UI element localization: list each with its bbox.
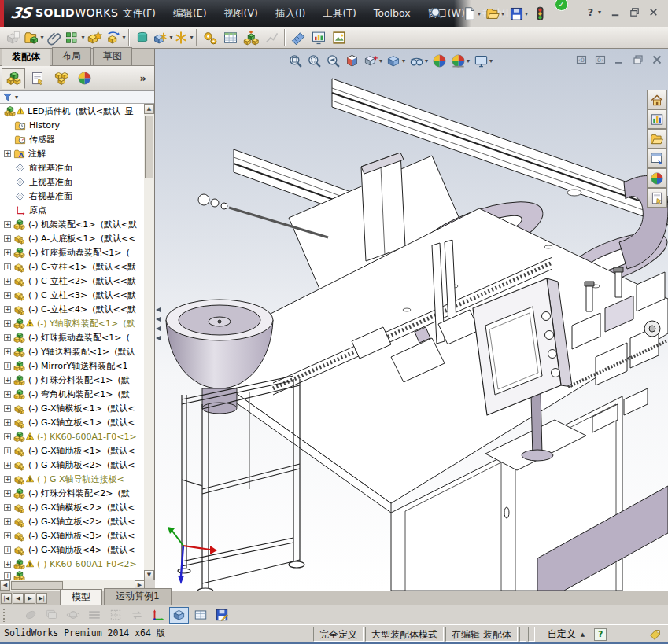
splitter-arrow-icon[interactable] [155,326,161,332]
component-pattern-icon[interactable]: ▾ [65,28,85,47]
smart-fasteners-icon[interactable] [85,28,105,47]
tree-item[interactable]: +(-) Y轴取料装配<1>(默 [0,316,145,330]
filter-funnel-icon[interactable] [2,92,13,102]
swap-arrows-icon[interactable] [127,607,146,624]
tree-item[interactable]: 传感器 [0,132,145,146]
tree-item[interactable]: +(-) 灯珠振动盘装配<1>( [0,330,145,344]
line-style-icon[interactable] [84,607,104,624]
tree-item[interactable]: +(-) G-X轴导轨连接板< [0,472,145,486]
expand-toggle-icon[interactable]: + [4,377,11,384]
tree-item[interactable]: +(-) 弯角机构装配<1>(默 [0,387,145,401]
expand-toggle-icon[interactable]: + [4,419,11,426]
tree-item[interactable]: +(-) G-X轴肋板<1>(默认< [0,443,145,458]
view-palette-icon[interactable] [647,149,667,168]
insert-component-icon[interactable] [3,28,24,47]
featuremanager-tree-icon[interactable] [2,68,25,89]
open-icon[interactable]: ▾ [484,4,506,23]
menu-Toolbox[interactable]: Toolbox [365,4,419,23]
curve-asterisk-icon[interactable]: ▾ [173,28,194,47]
tree-item[interactable]: +(-) Y轴送料装配<1>(默认 [0,344,145,359]
minimize-icon[interactable] [610,6,622,18]
previous-view-icon[interactable] [325,53,341,69]
new-document-icon[interactable]: ▾ [460,4,482,23]
tree-item[interactable]: +(-) C-立柱<1>(默认<<默 [0,259,145,274]
expand-toggle-icon[interactable]: + [4,249,11,256]
grid-icon[interactable] [105,607,125,624]
view-orientation-icon[interactable]: ▾ [363,53,383,69]
hscroll-thumb[interactable] [11,581,63,590]
scroll-down-icon[interactable]: ▼ [144,570,154,580]
scroll-up-icon[interactable]: ▲ [144,104,154,114]
splitter-arrow-icon[interactable] [155,335,161,341]
expand-toggle-icon[interactable]: + [4,532,11,539]
splitter-arrow-icon[interactable] [155,316,161,322]
tree-item[interactable]: +(-) G-X轴立板<1>(默认< [0,415,145,429]
doc-close-icon[interactable] [651,53,663,66]
expand-toggle-icon[interactable]: + [4,263,11,270]
menu-工具(T)[interactable]: 工具(T) [314,4,364,23]
expand-toggle-icon[interactable]: + [4,561,11,568]
propertymanager-icon[interactable] [25,68,49,89]
tab-nav-first-icon[interactable]: |◀ [1,593,12,604]
graphics-viewport[interactable]: ▾▾▾▾▾ ‹00› [155,49,668,591]
tab-nav-next-icon[interactable]: ▶ [24,593,35,604]
large-design-review-icon[interactable] [329,28,349,47]
displaymanager-icon[interactable] [72,68,96,89]
appearances-scenes-icon[interactable] [647,168,667,188]
view-settings-icon[interactable]: ▾ [473,53,493,69]
tree-item[interactable]: +(-) A-大底板<1>(默认<< [0,231,145,245]
tree-item[interactable]: +(-) G-X轴横板<1>(默认< [0,401,145,415]
hide-show-items-icon[interactable]: ▾ [408,53,429,69]
panel-tabs-more[interactable]: » [140,72,146,84]
doc-tab-模型[interactable]: 模型 [60,589,102,605]
doc-minimize-icon[interactable] [613,53,626,66]
tree-item[interactable]: History [0,118,145,132]
search-icon[interactable] [430,6,443,20]
tree-item[interactable]: +(-) C-立柱<3>(默认<<默 [0,288,145,302]
filter-caret-icon[interactable]: ▾ [15,94,18,101]
prev-window-icon[interactable]: ‹0 [575,53,588,66]
expand-toggle-icon[interactable]: + [4,447,11,454]
tree-filter-row[interactable]: ▾ [0,91,154,104]
tree-item[interactable]: +(-) C-立柱<2>(默认<<默 [0,274,145,288]
doc-tab-运动算例1[interactable]: 运动算例1 [104,588,172,605]
expand-toggle-icon[interactable]: + [4,306,11,313]
edit-appearance-icon[interactable] [431,53,448,69]
menu-插入(I)[interactable]: 插入(I) [267,4,314,23]
expand-toggle-icon[interactable]: + [4,476,11,483]
rebuild-traffic-light-icon[interactable] [531,4,549,23]
reference-geometry-icon[interactable]: ▾ [153,28,173,47]
tree-item[interactable]: +(-) G-X轴肋板<4>(默认< [0,543,145,557]
expand-toggle-icon[interactable]: + [4,433,11,440]
triad-icon[interactable] [148,607,168,624]
configurationmanager-icon[interactable] [49,68,72,89]
restore-icon[interactable] [629,6,640,18]
open-part-icon[interactable]: ▾ [24,28,44,47]
tree-item[interactable]: LED插件机(默认<默认_显 [0,104,145,118]
grid-table-icon[interactable] [190,607,210,624]
expand-toggle-icon[interactable]: + [4,150,11,157]
expand-toggle-icon[interactable]: + [4,504,11,511]
tree-item[interactable]: +(-) 机架装配<1>(默认<默 [0,217,145,231]
close-icon[interactable] [648,6,659,18]
tree-item[interactable]: +(-) MirrorY轴送料装配<1 [0,359,145,373]
panel-splitter-arrows[interactable] [155,307,161,341]
expand-toggle-icon[interactable]: + [4,405,11,412]
next-window-icon[interactable]: 0› [594,53,607,66]
zoom-fit-icon[interactable] [287,53,304,69]
filter-graphics-icon[interactable] [20,607,40,624]
display-style-icon[interactable]: ▾ [386,53,406,69]
status-help-icon[interactable]: ? [594,628,607,641]
menu-视图(V)[interactable]: 视图(V) [216,4,267,23]
design-library-icon[interactable] [647,109,667,129]
assembly-features-icon[interactable] [132,28,153,47]
section-view-icon[interactable] [344,53,360,69]
tab-草图[interactable]: 草图 [93,47,132,65]
custom-properties-icon[interactable] [647,188,667,208]
home-icon[interactable] [647,90,667,109]
expand-toggle-icon[interactable]: + [4,221,11,228]
tree-item[interactable]: +(-) 灯座振动盘装配<1>( [0,245,145,259]
splitter-arrow-icon[interactable] [155,307,161,313]
tree-item[interactable]: +(-) G-X轴立板<2>(默认< [0,514,145,528]
doc-restore-icon[interactable] [632,53,644,66]
